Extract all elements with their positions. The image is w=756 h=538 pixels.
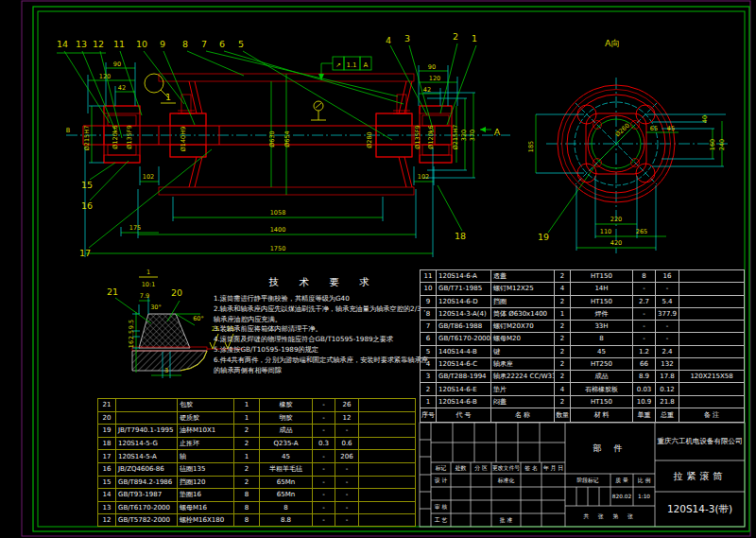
bom-table-right: 11120S14-6-A透盖2HT15081610GB/T71-1985螺钉M1… — [420, 269, 745, 423]
dimension-label: 185 — [527, 141, 535, 152]
tech-requirements-list: 1.滚筒需进行静平衡校验，其精度等级为G402.轴承和轴承座内应先以煤油刷洗干净… — [214, 294, 433, 375]
bom-cell: 8.8 — [260, 513, 313, 527]
bom-cell: 螺母M20 — [491, 332, 555, 344]
bom-cell — [359, 411, 416, 425]
cad-sheet: 90120429012042Ø215H7BØ120k6Ø135F9Ø140H9Ø… — [0, 0, 756, 538]
bom-cell: 10 — [420, 282, 437, 294]
bom-cell: - — [313, 476, 335, 489]
bom-row: 21包胶1橡胶-26 — [97, 398, 416, 411]
bom-cell — [679, 307, 745, 320]
bom-cell: HT150 — [571, 295, 633, 307]
bom-cell: 0.03 — [633, 382, 656, 394]
dimension-label: 90 — [428, 63, 436, 71]
bom-cell — [359, 398, 416, 411]
tb-label-check: 审 核 — [431, 500, 451, 513]
bom-cell: 备 注 — [679, 408, 745, 423]
bom-cell: 垫圈16 — [178, 488, 234, 501]
dimension-label: 45 — [667, 125, 675, 132]
bom-cell: 单重 — [633, 408, 656, 423]
callout-number: 3 — [404, 33, 410, 43]
bom-cell: 14 — [97, 488, 116, 501]
bom-cell: 120S14-3-A(4) — [437, 307, 491, 320]
bom-cell: HT150 — [571, 269, 633, 282]
dimension-label: 2.5 — [128, 330, 135, 339]
bom-cell: GB/T93-1987 — [116, 488, 178, 501]
bom-cell: 2 — [555, 370, 571, 382]
bom-cell: - — [656, 332, 679, 344]
dimension-label: Ø135F9 — [414, 125, 421, 148]
bom-cell: 焊件 — [571, 307, 633, 320]
bom-cell: 13 — [97, 501, 116, 514]
bom-cell: 9 — [420, 295, 437, 307]
callout-number: 2 — [453, 31, 458, 42]
bom-row: 16JB/ZQ4606-86毡圈1352半粗羊毛毡-- — [97, 462, 416, 476]
bom-row: 12GB/T5782-2000螺栓M16X18088.8-- — [97, 513, 416, 527]
bom-cell: - — [313, 398, 335, 411]
bom-cell: GB/T288-1994 — [437, 370, 491, 382]
bom-row: 19JB/T7940.1-1995油杯M10X12成品-- — [97, 424, 416, 437]
bom-row: 2120S14-6-E垫片4石棉橡胶板0.030.12 — [420, 382, 745, 394]
callout-number: 12 — [93, 39, 104, 49]
bom-row: 6GB/T6170-2000螺母M2028-- — [420, 332, 745, 344]
tech-requirement-item: 6.件4共有两件，分别为游动端和固定式轴承座，安装时要求紧靠轴承座的轴承两侧有相… — [214, 356, 433, 376]
dimension-label: B — [66, 127, 70, 134]
bom-cell: 12 — [97, 513, 116, 527]
bom-cell: 油杯M10X1 — [178, 424, 234, 437]
bom-cell — [359, 437, 416, 450]
bom-cell: 18 — [97, 437, 116, 450]
bom-cell: 12 — [335, 411, 359, 425]
bom-cell: 5.4 — [656, 295, 679, 307]
bom-cell: 螺钉M12X25 — [491, 282, 555, 294]
bom-cell: 毡圈135 — [178, 462, 234, 476]
bom-cell: 材 料 — [571, 408, 633, 423]
dimension-label: 16 — [128, 340, 135, 348]
dimension-label: 10:1 — [142, 281, 156, 288]
bom-cell: - — [656, 282, 679, 294]
dimension-label: 30° — [150, 304, 162, 311]
bom-cell: 1 — [234, 411, 260, 425]
bom-header-row: 序号代 号名 称数量材 料单重总重备 注 — [420, 408, 745, 423]
dimension-label: 42 — [118, 84, 126, 92]
tb-label-mark: 标记 — [431, 462, 451, 474]
left-bearing-assembly — [104, 106, 140, 163]
dimension-label: 42 — [423, 86, 431, 94]
bom-cell — [679, 320, 745, 332]
bom-cell: 7 — [420, 320, 437, 332]
callout-number: 21 — [107, 286, 118, 297]
bom-cell: 2 — [234, 424, 260, 437]
tech-requirement-item: 3.装轴承前应将箱体内部清理干净。 — [214, 324, 433, 335]
bom-cell: 8 — [571, 332, 633, 344]
dimension-label: Ø120k6 — [112, 125, 119, 148]
bom-cell: - — [633, 307, 656, 320]
bom-cell: 8 — [234, 513, 260, 527]
dimension-label: 65 — [650, 125, 658, 132]
bom-cell: 总重 — [656, 408, 679, 423]
balloon-1 — [145, 74, 176, 103]
bom-cell: 2 — [234, 476, 260, 489]
bom-cell: 1 — [420, 395, 437, 408]
tech-requirements-title: 技 术 要 求 — [214, 276, 433, 289]
tech-requirement-item: 4.滚筒面及焊缝的物理性能应符合GB/T10595-1989之要求 — [214, 335, 433, 345]
bom-cell: 3 — [420, 370, 437, 382]
callout-number: 5 — [238, 39, 244, 49]
bom-cell: 16 — [656, 269, 679, 282]
bom-cell: 8 — [234, 488, 260, 501]
dimension-label: Ø135F9 — [126, 125, 133, 148]
bom-cell: 0.6 — [335, 437, 359, 450]
bom-row: 10GB/T71-1985螺钉M12X25414H-- — [420, 282, 745, 294]
callout-number: A — [494, 127, 501, 137]
bom-cell: 2 — [555, 332, 571, 344]
bom-cell: 8 — [633, 269, 656, 282]
bom-cell: 17.8 — [656, 370, 679, 382]
tb-label-stage: 阶段标记 — [565, 474, 610, 487]
dimension-label: 7.9 — [140, 292, 149, 300]
bom-cell: 16 — [97, 462, 116, 476]
tb-drawing-number: 120S14-3(带) — [655, 492, 745, 527]
bom-cell — [679, 357, 745, 370]
bom-cell: 1 — [234, 449, 260, 462]
tb-label-mass: 质 量 — [610, 474, 633, 487]
bom-row: 11120S14-6-A透盖2HT150816 — [420, 269, 745, 282]
dimension-label: 120 — [429, 75, 440, 82]
bom-cell: 6 — [420, 332, 437, 344]
bom-cell: GB/T6170-2000 — [437, 332, 491, 344]
